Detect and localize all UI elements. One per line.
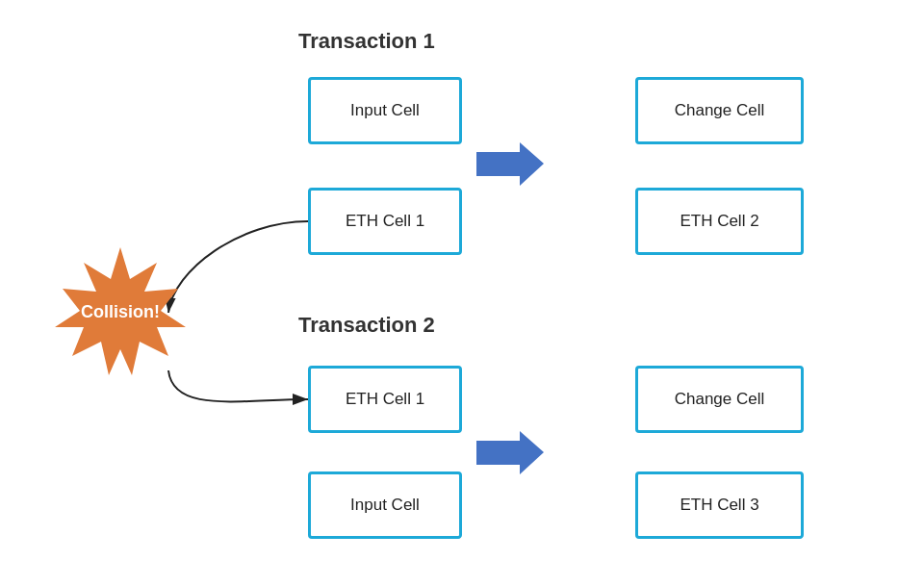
transaction-2-label: Transaction 2 (298, 313, 435, 338)
t1-change-cell: Change Cell (635, 77, 804, 144)
t2-eth-cell-3: ETH Cell 3 (635, 471, 804, 539)
t2-input-cell: Input Cell (308, 471, 462, 539)
diagram-container: Transaction 1 Input Cell ETH Cell 1 Chan… (0, 0, 924, 586)
t1-input-cell: Input Cell (308, 77, 462, 144)
t2-change-cell: Change Cell (635, 366, 804, 433)
t2-arrow (476, 431, 544, 474)
t1-eth-cell-2: ETH Cell 2 (635, 188, 804, 255)
svg-marker-2 (476, 431, 544, 474)
t1-eth-cell-1: ETH Cell 1 (308, 188, 462, 255)
transaction-1-label: Transaction 1 (298, 29, 435, 54)
t2-eth-cell-1: ETH Cell 1 (308, 366, 462, 433)
collision-burst: Collision! (53, 245, 188, 380)
t1-arrow (476, 142, 544, 186)
svg-text:Collision!: Collision! (81, 302, 160, 321)
svg-marker-1 (476, 142, 544, 186)
